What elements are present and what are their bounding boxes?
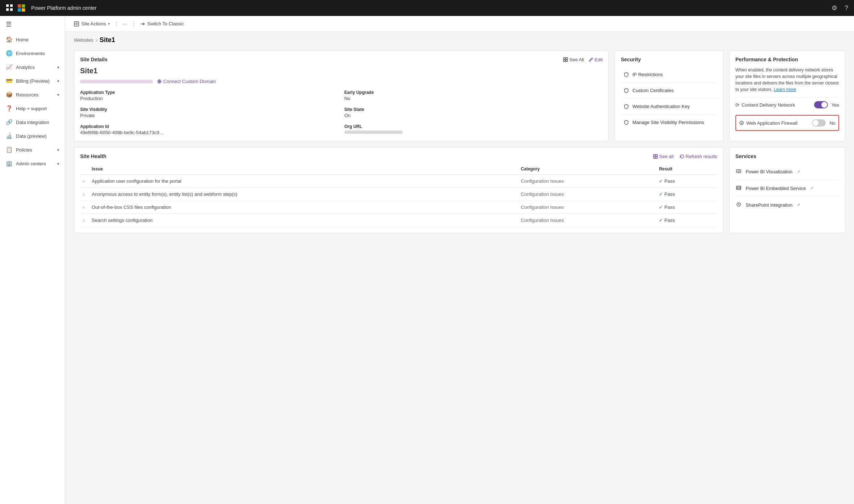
table-row[interactable]: › Application user configuration for the… <box>80 175 717 188</box>
topbar-title: Power Platform admin center <box>31 5 97 11</box>
edit-button[interactable]: Edit <box>589 57 603 62</box>
waf-value: No <box>829 120 836 126</box>
external-link-icon: ↗ <box>797 203 800 207</box>
svg-rect-12 <box>566 57 568 59</box>
learn-more-link[interactable]: Learn more <box>774 87 796 92</box>
row-expand-icon[interactable]: › <box>80 214 89 227</box>
service-label: SharePoint Integration <box>746 202 792 208</box>
security-item-website-authentication-key[interactable]: Website Authentication Key <box>621 99 717 115</box>
service-item-power-bi-visualization[interactable]: Power BI Visualization ↗ <box>735 164 839 180</box>
services-title: Services <box>735 153 756 159</box>
service-item-sharepoint-integration[interactable]: SharePoint Integration ↗ <box>735 197 839 213</box>
security-card: Security IP Restrictions Custom Certific… <box>615 50 723 141</box>
connect-custom-domain-button[interactable]: Connect Custom Domain <box>157 79 216 84</box>
security-item-custom-certificates[interactable]: Custom Certificates <box>621 83 717 99</box>
site-health-see-all-button[interactable]: See all <box>653 154 674 159</box>
detail-label-site-state: Site State <box>345 107 603 112</box>
svg-rect-25 <box>737 187 740 189</box>
waf-row: Web Application Firewall No <box>735 115 839 131</box>
security-item-icon <box>624 72 629 77</box>
col-result: Result <box>656 164 717 175</box>
col-category: Category <box>518 164 656 175</box>
chevron-down-icon: ▾ <box>57 148 59 152</box>
sidebar-item-analytics[interactable]: 📈 Analytics ▾ <box>0 60 65 74</box>
detail-early-upgrade: Early Upgrade No <box>345 90 603 101</box>
more-actions-button[interactable]: ··· <box>123 21 127 26</box>
sidebar-item-resources[interactable]: 📦 Resources ▾ <box>0 88 65 102</box>
sidebar-icon: 🌐 <box>6 50 12 57</box>
row-expand-icon[interactable]: › <box>80 188 89 201</box>
sidebar-item-data-integration[interactable]: 🔗 Data integration <box>0 115 65 129</box>
detail-org-url: Org URL <box>345 124 603 135</box>
security-item-label: IP Restrictions <box>632 72 663 77</box>
grid-icon[interactable] <box>6 4 13 12</box>
cdn-label: ⟳ Content Delivery Network <box>735 102 810 108</box>
sidebar-icon: 📈 <box>6 64 12 70</box>
table-row[interactable]: › Anonymous access to entity form(s), en… <box>80 188 717 201</box>
settings-icon[interactable]: ⚙ <box>832 4 837 12</box>
sidebar-item-help--support[interactable]: ❓ Help + support <box>0 102 65 115</box>
security-item-icon <box>624 104 629 109</box>
service-item-power-bi-embedded-service[interactable]: Power BI Embedded Service ↗ <box>735 180 839 197</box>
sidebar-item-label: Policies <box>16 147 32 153</box>
breadcrumb-current: Site1 <box>100 36 115 44</box>
waf-label: Web Application Firewall <box>739 120 808 126</box>
service-icon <box>735 169 742 175</box>
service-label: Power BI Embedded Service <box>746 186 806 191</box>
sidebar-icon: 📦 <box>6 91 12 98</box>
svg-rect-19 <box>653 157 655 158</box>
main-content: Site Actions ▾ | ··· | Switch To Classic… <box>65 16 854 504</box>
cdn-toggle[interactable] <box>814 101 828 108</box>
detail-value-site-state: On <box>345 113 603 118</box>
row-result: ✓ Pass <box>656 201 717 214</box>
security-item-manage-site-visibility-permissions[interactable]: Manage Site Visibility Permissions <box>621 115 717 130</box>
see-all-button[interactable]: See All <box>563 57 584 62</box>
svg-rect-6 <box>18 8 21 12</box>
sidebar-item-billing-preview[interactable]: 💳 Billing (Preview) ▾ <box>0 74 65 88</box>
breadcrumb-parent[interactable]: Websites <box>74 37 93 43</box>
sidebar-icon: 📋 <box>6 146 12 153</box>
site-health-title: Site Health <box>80 153 106 159</box>
row-category: Configuration Issues <box>518 175 656 188</box>
row-result: ✓ Pass <box>656 214 717 227</box>
sidebar-item-label: Admin centers <box>16 161 46 166</box>
sidebar-item-label: Environments <box>16 51 45 56</box>
help-icon[interactable]: ? <box>845 4 848 12</box>
sidebar-item-label: Analytics <box>16 65 35 70</box>
table-row[interactable]: › Out-of-the-box CSS files configuration… <box>80 201 717 214</box>
sidebar-item-data-preview[interactable]: 🔬 Data (preview) <box>0 129 65 143</box>
table-row[interactable]: › Search settings configuration Configur… <box>80 214 717 227</box>
waf-toggle[interactable] <box>812 119 826 127</box>
detail-label-application-type: Application Type <box>80 90 339 95</box>
svg-rect-8 <box>74 22 79 26</box>
service-icon <box>735 202 742 208</box>
refresh-results-button[interactable]: Refresh results <box>680 154 717 159</box>
sidebar-item-environments[interactable]: 🌐 Environments <box>0 46 65 60</box>
row-expand-icon[interactable]: › <box>80 201 89 214</box>
row-expand-icon[interactable]: › <box>80 175 89 188</box>
sidebar-item-home[interactable]: 🏠 Home <box>0 33 65 46</box>
service-icon <box>735 185 742 191</box>
sidebar-item-policies[interactable]: 📋 Policies ▾ <box>0 143 65 157</box>
security-item-ip-restrictions[interactable]: IP Restrictions <box>621 67 717 83</box>
sidebar-menu-icon[interactable]: ☰ <box>0 16 65 33</box>
sidebar-item-admin-centers[interactable]: 🏢 Admin centers ▾ <box>0 157 65 170</box>
cdn-value: Yes <box>832 102 839 108</box>
detail-value-site-visibility: Private <box>80 113 339 118</box>
security-item-label: Manage Site Visibility Permissions <box>632 120 704 125</box>
topbar-separator: | <box>116 21 117 27</box>
detail-site-state: Site State On <box>345 107 603 118</box>
topbar: Power Platform admin center ⚙ ? <box>0 0 854 16</box>
sidebar-icon: 🔬 <box>6 133 12 139</box>
site-actions-button[interactable]: Site Actions ▾ <box>74 21 110 26</box>
chevron-down-icon: ▾ <box>57 79 59 83</box>
sidebar-icon: 🏢 <box>6 160 12 167</box>
switch-to-classic-button[interactable]: Switch To Classic <box>140 21 184 26</box>
health-table: Issue Category Result › Application user… <box>80 164 717 227</box>
detail-label-application-id: Application Id <box>80 124 339 129</box>
col-issue: Issue <box>89 164 518 175</box>
detail-value-application-id: 49ef6f8b-6050-408b-be9c-54ab173c9... <box>80 130 339 135</box>
security-title: Security <box>621 57 641 62</box>
svg-rect-20 <box>656 157 657 158</box>
cdn-row: ⟳ Content Delivery Network Yes <box>735 97 839 112</box>
